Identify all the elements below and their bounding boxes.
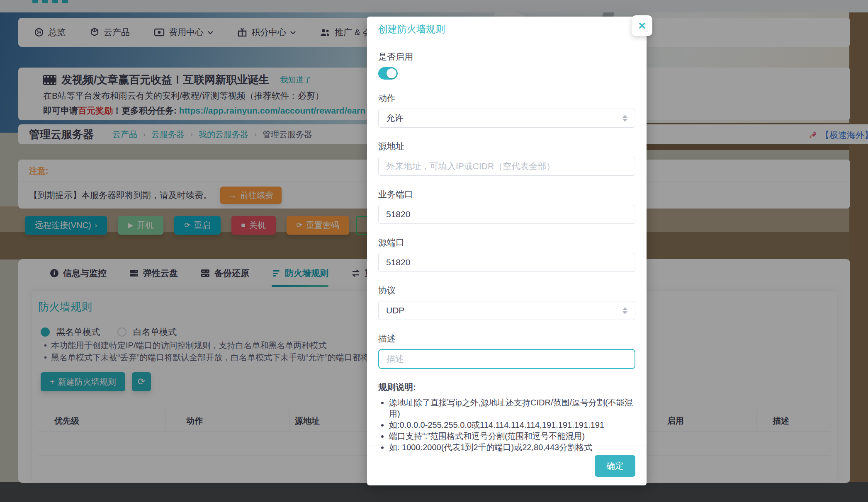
protocol-select-value: UDP	[386, 306, 404, 315]
source-label: 源地址	[378, 141, 635, 152]
select-arrows-icon	[622, 115, 627, 122]
modal-footer: 确定	[367, 446, 647, 485]
rule-note: 源地址除了直接写ip之外,源地址还支持CIDR/范围/逗号分割(不能混用)	[389, 397, 635, 420]
rules-heading: 规则说明:	[378, 381, 635, 393]
toggle-knob	[387, 68, 396, 78]
confirm-button-label: 确定	[606, 460, 624, 472]
description-input[interactable]	[378, 349, 635, 369]
close-icon: ×	[638, 19, 646, 32]
rule-note: 端口支持“:”范围格式和逗号分割(范围和逗号不能混用)	[389, 431, 635, 442]
action-label: 动作	[378, 92, 635, 104]
rule-note: 如:0.0.0.0-255.255.0.0或114.114.114.114,19…	[389, 420, 635, 431]
protocol-label: 协议	[378, 285, 635, 296]
page: 总览 云产品 费用中心 积分中心 推广 & 会员 发视频/文章赢百元收益！互联网…	[0, 0, 868, 502]
rules-help: 规则说明: 源地址除了直接写ip之外,源地址还支持CIDR/范围/逗号分割(不能…	[378, 381, 635, 453]
select-arrows-icon	[622, 307, 627, 314]
source-input[interactable]	[378, 157, 635, 176]
close-button[interactable]: ×	[632, 15, 652, 36]
source-port-input[interactable]	[378, 253, 635, 272]
source-port-label: 源端口	[378, 237, 635, 248]
port-label: 业务端口	[378, 189, 635, 200]
enable-label: 是否启用	[378, 51, 635, 63]
create-firewall-rule-modal: × 创建防火墙规则 是否启用 动作 允许 源地址 业务端口 源端口 协议 UDP	[367, 17, 647, 485]
protocol-select[interactable]: UDP	[378, 301, 635, 320]
action-select-value: 允许	[386, 112, 404, 124]
modal-title: 创建防火墙规则	[378, 23, 445, 36]
action-select[interactable]: 允许	[378, 109, 635, 128]
modal-header: 创建防火墙规则	[367, 17, 647, 42]
description-label: 描述	[378, 333, 635, 344]
enable-toggle[interactable]	[378, 67, 398, 80]
confirm-button[interactable]: 确定	[595, 455, 635, 477]
port-input[interactable]	[378, 205, 635, 224]
